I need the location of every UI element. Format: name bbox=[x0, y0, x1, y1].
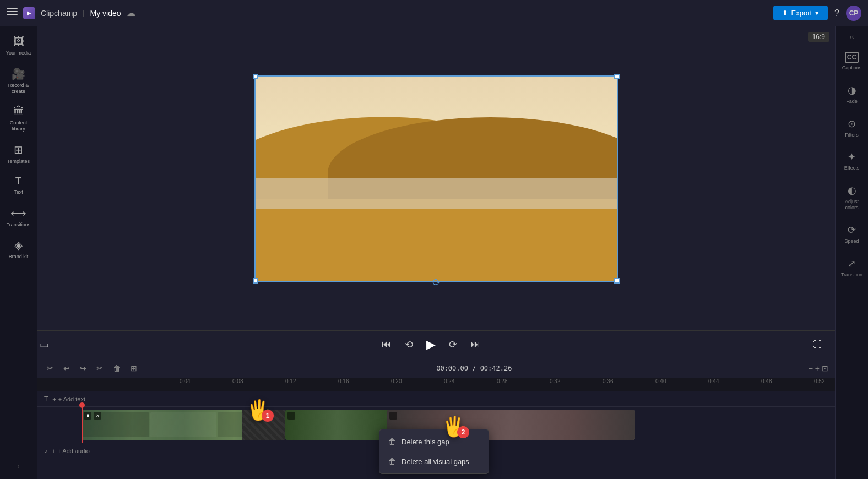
rewind-button[interactable]: ⟲ bbox=[403, 336, 415, 353]
clip-2-controls: ⏸ bbox=[287, 412, 295, 420]
your-media-icon: 🖼 bbox=[13, 35, 24, 48]
clip-2-mute-button[interactable]: ⏸ bbox=[287, 412, 295, 420]
ruler-mark-012: 0:12 bbox=[285, 378, 296, 384]
ruler-mark-036: 0:36 bbox=[603, 378, 613, 384]
sidebar-item-transitions[interactable]: ⟷ Transitions bbox=[2, 202, 35, 232]
add-text-label: + Add text bbox=[58, 396, 85, 402]
ruler-mark-048: 0:48 bbox=[761, 378, 772, 384]
sidebar-item-record-create[interactable]: 🎥 Record &create bbox=[2, 63, 35, 99]
clip-segment-2[interactable]: ⏸ bbox=[285, 410, 390, 440]
delete-all-gaps-menu-item[interactable]: 🗑 Delete all visual gaps bbox=[379, 451, 489, 471]
gap-context-menu: 🗑 Delete this gap 🗑 Delete all visual ga… bbox=[379, 429, 489, 474]
text-track-icon: T bbox=[44, 395, 48, 403]
zoom-fit-button[interactable]: ⊡ bbox=[822, 364, 828, 373]
clip-1-mute-button[interactable]: ⏸ bbox=[84, 412, 91, 420]
rotate-handle[interactable]: ⟳ bbox=[432, 276, 441, 289]
aspect-ratio-badge[interactable]: 16:9 bbox=[808, 32, 829, 42]
ruler-mark-052: 0:52 bbox=[814, 378, 824, 384]
add-audio-label: + Add audio bbox=[57, 448, 89, 454]
forward-button[interactable]: ⟳ bbox=[447, 336, 459, 353]
ruler-mark-020: 0:20 bbox=[391, 378, 402, 384]
timeline-tool-select[interactable]: ✂ bbox=[44, 362, 56, 374]
zoom-out-button[interactable]: − bbox=[809, 364, 813, 373]
timeline-split-button[interactable]: ✂ bbox=[94, 362, 106, 374]
transitions-icon: ⟷ bbox=[10, 206, 26, 220]
timeline-add-button[interactable]: ⊞ bbox=[128, 362, 140, 374]
delete-gap-menu-item[interactable]: 🗑 Delete this gap bbox=[379, 432, 489, 451]
cloud-save-icon: ☁ bbox=[127, 8, 135, 18]
right-sidebar: ‹‹ CC Captions ◑ Fade ⊙ Filters ✦ Effect… bbox=[835, 26, 868, 479]
export-icon: ⬆ bbox=[782, 9, 788, 17]
sidebar-expand-icon[interactable]: › bbox=[13, 458, 24, 475]
export-label: Export bbox=[791, 9, 812, 17]
add-text-button[interactable]: + + Add text bbox=[52, 396, 85, 402]
topbar-right: ⬆ Export ▾ ? CP bbox=[773, 6, 861, 21]
right-sidebar-collapse-icon[interactable]: ‹‹ bbox=[848, 31, 856, 43]
gap-segment-1[interactable] bbox=[242, 410, 285, 440]
captions-toggle-button[interactable]: ▭ bbox=[37, 336, 51, 353]
right-sidebar-item-fade[interactable]: ◑ Fade bbox=[838, 80, 866, 109]
play-button[interactable]: ▶ bbox=[424, 335, 438, 354]
zoom-controls: − + ⊡ bbox=[809, 364, 828, 373]
right-sidebar-item-adjust-colors[interactable]: ◐ Adjustcolors bbox=[838, 180, 866, 215]
zoom-in-button[interactable]: + bbox=[815, 364, 820, 373]
timeline-undo-button[interactable]: ↩ bbox=[61, 362, 73, 374]
timeline-area: ✂ ↩ ↪ ✂ 🗑 ⊞ 00:00.00 / 00:42.26 − + ⊡ 0:… bbox=[37, 358, 835, 479]
help-icon[interactable]: ? bbox=[834, 8, 839, 18]
sidebar-item-label-text: Text bbox=[14, 189, 23, 195]
captions-icon: CC bbox=[845, 52, 859, 63]
brand-kit-icon: ◈ bbox=[14, 238, 23, 252]
video-track-row: ⏸ ✕ ⏸ bbox=[37, 407, 835, 443]
effects-icon: ✦ bbox=[848, 151, 856, 163]
sidebar-item-content-library[interactable]: 🏛 Contentlibrary bbox=[2, 101, 35, 137]
add-audio-button[interactable]: + + Add audio bbox=[52, 448, 90, 454]
app-logo bbox=[23, 7, 35, 19]
center-area: 16:9 ⟳ ▭ bbox=[37, 26, 835, 479]
avatar[interactable]: CP bbox=[846, 6, 861, 21]
speed-icon: ⟳ bbox=[848, 224, 856, 236]
resize-handle-tl[interactable] bbox=[253, 74, 258, 79]
clip-3-controls: ⏸ bbox=[389, 412, 397, 420]
timeline-delete-button[interactable]: 🗑 bbox=[110, 362, 123, 374]
ruler-mark-040: 0:40 bbox=[655, 378, 666, 384]
timeline-redo-button[interactable]: ↪ bbox=[77, 362, 89, 374]
right-sidebar-label-effects: Effects bbox=[844, 165, 859, 171]
clip-3-mute-button[interactable]: ⏸ bbox=[389, 412, 397, 420]
playhead-head bbox=[79, 402, 85, 408]
resize-handle-tr[interactable] bbox=[614, 74, 620, 79]
ruler-mark-032: 0:32 bbox=[550, 378, 560, 384]
skip-back-button[interactable]: ⏮ bbox=[379, 336, 394, 352]
right-sidebar-label-transition: Transition bbox=[841, 272, 862, 278]
right-sidebar-label-speed: Speed bbox=[844, 238, 859, 244]
audio-track-icon: ♪ bbox=[44, 447, 47, 455]
project-title[interactable]: My video bbox=[90, 9, 121, 18]
playhead bbox=[82, 407, 83, 443]
sidebar-item-text[interactable]: T Text bbox=[2, 171, 35, 200]
skip-forward-button[interactable]: ⏭ bbox=[468, 336, 482, 352]
right-sidebar-item-effects[interactable]: ✦ Effects bbox=[838, 146, 866, 176]
right-sidebar-item-transition[interactable]: ⤢ Transition bbox=[838, 253, 866, 282]
text-icon: T bbox=[15, 176, 21, 187]
right-sidebar-item-speed[interactable]: ⟳ Speed bbox=[838, 220, 866, 249]
sidebar-item-label-content-library: Contentlibrary bbox=[10, 120, 28, 132]
right-sidebar-item-filters[interactable]: ⊙ Filters bbox=[838, 113, 866, 143]
right-sidebar-label-fade: Fade bbox=[846, 99, 858, 105]
fog-layer bbox=[256, 178, 617, 209]
export-chevron-icon: ▾ bbox=[815, 9, 819, 17]
preview-area: 16:9 ⟳ bbox=[37, 26, 835, 330]
clip-1-delete-button[interactable]: ✕ bbox=[94, 412, 101, 420]
resize-handle-br[interactable] bbox=[614, 278, 620, 284]
hamburger-menu-icon[interactable] bbox=[7, 8, 18, 19]
fullscreen-button[interactable]: ⛶ bbox=[811, 338, 824, 352]
dune-layer-3 bbox=[256, 199, 617, 280]
add-text-plus-icon: + bbox=[52, 396, 56, 402]
right-sidebar-item-captions[interactable]: CC Captions bbox=[838, 47, 866, 75]
ruler-mark-004: 0:04 bbox=[180, 378, 190, 384]
export-button[interactable]: ⬆ Export ▾ bbox=[773, 6, 828, 20]
record-create-icon: 🎥 bbox=[12, 67, 25, 80]
sidebar-item-brand-kit[interactable]: ◈ Brand kit bbox=[2, 234, 35, 264]
sidebar-item-templates[interactable]: ⊞ Templates bbox=[2, 139, 35, 169]
resize-handle-bl[interactable] bbox=[253, 278, 258, 284]
sidebar-item-your-media[interactable]: 🖼 Your media bbox=[2, 31, 35, 61]
ruler-mark-024: 0:24 bbox=[444, 378, 454, 384]
